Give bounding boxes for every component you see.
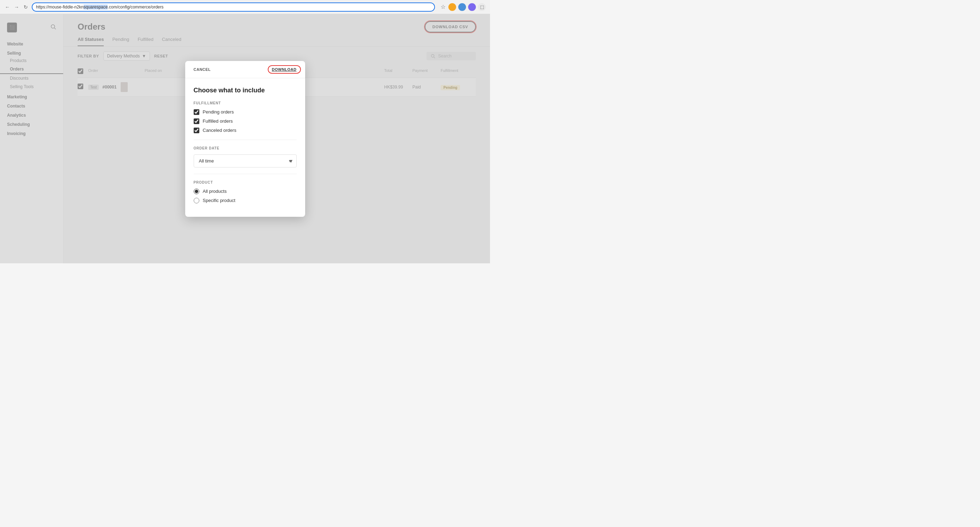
back-button[interactable]: ← xyxy=(4,4,11,10)
order-date-value: All time xyxy=(199,158,214,163)
extension-icon-4[interactable]: ⬚ xyxy=(478,3,486,11)
extension-icon-1[interactable] xyxy=(449,3,456,11)
modal-header: CANCEL DOWNLOAD xyxy=(185,61,305,78)
address-bar[interactable]: https://mouse-fiddle-n2knsquarespace.com… xyxy=(32,2,435,12)
modal-overlay: CANCEL DOWNLOAD Choose what to include F… xyxy=(0,14,490,264)
modal-body: Choose what to include FULFILLMENT Pendi… xyxy=(185,78,305,217)
specific-product-radio-item[interactable]: Specific product xyxy=(194,198,297,203)
pending-orders-checkbox-item[interactable]: Pending orders xyxy=(194,109,297,115)
canceled-orders-checkbox-item[interactable]: Canceled orders xyxy=(194,128,297,133)
browser-extension-icons: ⬚ xyxy=(449,3,486,11)
modal-title: Choose what to include xyxy=(194,87,297,94)
all-products-radio[interactable] xyxy=(194,189,199,194)
fulfilled-orders-label: Fulfilled orders xyxy=(203,119,233,124)
forward-button[interactable]: → xyxy=(13,4,20,10)
product-section-label: PRODUCT xyxy=(194,181,297,184)
all-products-label: All products xyxy=(203,189,227,194)
all-products-radio-item[interactable]: All products xyxy=(194,189,297,194)
modal-cancel-button[interactable]: CANCEL xyxy=(194,67,211,71)
modal-download-button[interactable]: DOWNLOAD xyxy=(272,67,297,71)
url-highlight: squarespace xyxy=(84,5,108,10)
chevron-down-icon: ▾ xyxy=(289,158,291,163)
specific-product-label: Specific product xyxy=(203,198,235,203)
specific-product-radio[interactable] xyxy=(194,198,199,203)
canceled-orders-label: Canceled orders xyxy=(203,128,236,133)
order-date-select-wrapper: All time ▾ xyxy=(194,154,297,167)
modal-divider-2 xyxy=(194,174,297,174)
pending-orders-label: Pending orders xyxy=(203,109,234,114)
pending-orders-checkbox[interactable] xyxy=(194,109,199,115)
extension-icon-3[interactable] xyxy=(468,3,476,11)
url-suffix: .com/config/commerce/orders xyxy=(108,5,163,10)
download-modal: CANCEL DOWNLOAD Choose what to include F… xyxy=(185,61,305,217)
fulfilled-orders-checkbox[interactable] xyxy=(194,119,199,124)
fulfillment-section-label: FULFILLMENT xyxy=(194,101,297,105)
order-date-section-label: ORDER DATE xyxy=(194,146,297,150)
canceled-orders-checkbox[interactable] xyxy=(194,128,199,133)
refresh-button[interactable]: ↻ xyxy=(22,4,29,10)
modal-divider-1 xyxy=(194,140,297,140)
fulfilled-orders-checkbox-item[interactable]: Fulfilled orders xyxy=(194,119,297,124)
extension-icon-2[interactable] xyxy=(458,3,466,11)
order-date-select[interactable]: All time ▾ xyxy=(194,154,297,167)
browser-chrome: ← → ↻ https://mouse-fiddle-n2knsquarespa… xyxy=(0,0,490,14)
url-text: https://mouse-fiddle-n2kn xyxy=(36,5,84,10)
bookmark-icon[interactable]: ☆ xyxy=(441,3,445,10)
